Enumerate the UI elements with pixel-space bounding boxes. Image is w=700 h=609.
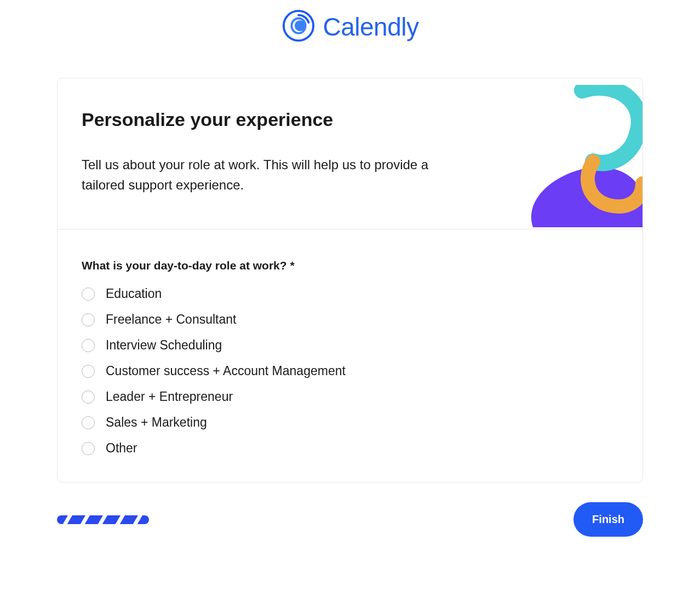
option-label: Sales + Marketing [106, 415, 207, 430]
radio-icon [82, 442, 95, 455]
role-option-leader-entrepreneur[interactable]: Leader + Entrepreneur [82, 389, 618, 404]
card-header: Personalize your experience Tell us abou… [58, 78, 642, 229]
radio-icon [82, 288, 95, 301]
brand-name: Calendly [323, 12, 419, 42]
radio-icon [82, 339, 95, 352]
card-body: What is your day-to-day role at work? * … [58, 229, 642, 482]
page-subtitle: Tell us about your role at work. This wi… [82, 154, 465, 195]
option-label: Other [106, 441, 137, 456]
role-option-education[interactable]: Education [82, 286, 618, 301]
option-label: Interview Scheduling [106, 338, 222, 353]
radio-icon [82, 365, 95, 378]
role-option-sales-marketing[interactable]: Sales + Marketing [82, 415, 618, 430]
role-options: Education Freelance + Consultant Intervi… [82, 286, 618, 456]
radio-icon [82, 313, 95, 326]
option-label: Leader + Entrepreneur [106, 389, 233, 404]
option-label: Customer success + Account Management [106, 364, 346, 378]
brand-logo: Calendly [282, 9, 419, 45]
role-option-other[interactable]: Other [82, 441, 618, 456]
role-option-interview-scheduling[interactable]: Interview Scheduling [82, 338, 618, 353]
footer: Finish [57, 502, 643, 537]
calendly-logo-icon [282, 9, 315, 45]
page-title: Personalize your experience [82, 109, 618, 130]
onboarding-card: Personalize your experience Tell us abou… [57, 78, 643, 482]
option-label: Freelance + Consultant [106, 312, 236, 327]
radio-icon [82, 390, 95, 404]
progress-indicator [57, 515, 149, 524]
finish-button[interactable]: Finish [573, 502, 643, 537]
role-option-customer-success[interactable]: Customer success + Account Management [82, 364, 618, 378]
question-label: What is your day-to-day role at work? * [82, 259, 618, 272]
decorative-blob [500, 85, 642, 227]
role-option-freelance-consultant[interactable]: Freelance + Consultant [82, 312, 618, 327]
radio-icon [82, 416, 95, 429]
option-label: Education [106, 286, 162, 301]
